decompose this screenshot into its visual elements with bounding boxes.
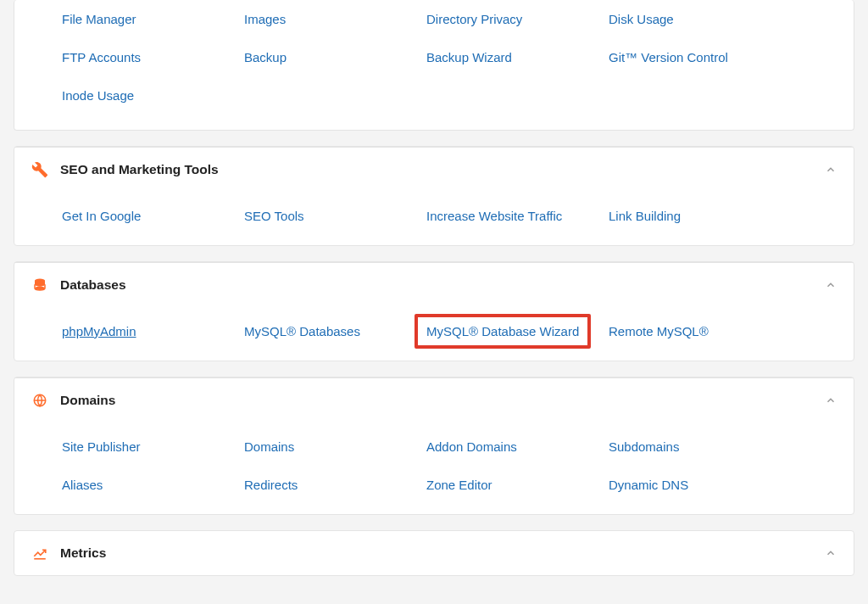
chevron-up-icon xyxy=(825,279,837,291)
chevron-up-icon xyxy=(825,394,837,406)
panel-metrics: Metrics xyxy=(14,530,854,576)
git-version-control-link[interactable]: Git™ Version Control xyxy=(609,48,728,66)
file-manager-link[interactable]: File Manager xyxy=(62,10,136,28)
site-publisher-link[interactable]: Site Publisher xyxy=(62,438,141,456)
mysql-databases-link[interactable]: MySQL® Databases xyxy=(244,322,360,340)
panel-databases-header[interactable]: Databases xyxy=(14,262,854,307)
panel-domains-title: Domains xyxy=(60,393,825,408)
seo-tools-link[interactable]: SEO Tools xyxy=(244,207,304,225)
inode-usage-link[interactable]: Inode Usage xyxy=(62,87,134,104)
chevron-up-icon xyxy=(825,547,837,559)
panel-seo-header[interactable]: SEO and Marketing Tools xyxy=(14,147,854,192)
increase-website-traffic-link[interactable]: Increase Website Traffic xyxy=(426,207,562,225)
remote-mysql-link[interactable]: Remote MySQL® xyxy=(609,322,709,340)
mysql-database-wizard-link[interactable]: MySQL® Database Wizard xyxy=(426,322,579,340)
link-building-link[interactable]: Link Building xyxy=(609,207,681,225)
files-grid: File Manager Images Directory Privacy Di… xyxy=(62,3,837,118)
panel-seo: SEO and Marketing Tools Get In Google SE… xyxy=(14,146,854,246)
disk-usage-link[interactable]: Disk Usage xyxy=(609,10,674,28)
panel-databases-title: Databases xyxy=(60,277,825,293)
zone-editor-link[interactable]: Zone Editor xyxy=(426,476,492,494)
aliases-link[interactable]: Aliases xyxy=(62,476,103,494)
panel-seo-body: Get In Google SEO Tools Increase Website… xyxy=(14,192,854,245)
addon-domains-link[interactable]: Addon Domains xyxy=(426,438,517,456)
directory-privacy-link[interactable]: Directory Privacy xyxy=(426,10,522,28)
panel-metrics-header[interactable]: Metrics xyxy=(14,531,854,575)
panel-domains-header[interactable]: Domains xyxy=(14,378,854,422)
svg-point-2 xyxy=(35,287,45,291)
panel-files: File Manager Images Directory Privacy Di… xyxy=(14,0,854,131)
chart-icon xyxy=(31,545,48,562)
panel-databases: Databases phpMyAdmin MySQL® Databases My… xyxy=(14,261,854,361)
databases-grid: phpMyAdmin MySQL® Databases MySQL® Datab… xyxy=(62,316,837,354)
get-in-google-link[interactable]: Get In Google xyxy=(62,207,141,225)
ftp-accounts-link[interactable]: FTP Accounts xyxy=(62,48,141,66)
backup-link[interactable]: Backup xyxy=(244,48,287,66)
svg-point-1 xyxy=(35,282,45,287)
panel-files-body: File Manager Images Directory Privacy Di… xyxy=(14,0,854,130)
backup-wizard-link[interactable]: Backup Wizard xyxy=(426,48,512,66)
seo-grid: Get In Google SEO Tools Increase Website… xyxy=(62,200,837,238)
redirects-link[interactable]: Redirects xyxy=(244,476,298,494)
highlight-box: MySQL® Database Wizard xyxy=(415,314,591,349)
domains-grid: Site Publisher Domains Addon Domains Sub… xyxy=(62,431,837,507)
panel-metrics-title: Metrics xyxy=(60,545,825,561)
dynamic-dns-link[interactable]: Dynamic DNS xyxy=(609,476,688,494)
chevron-up-icon xyxy=(825,164,837,176)
panel-domains: Domains Site Publisher Domains Addon Dom… xyxy=(14,377,854,515)
panel-seo-title: SEO and Marketing Tools xyxy=(60,162,825,177)
phpmyadmin-link[interactable]: phpMyAdmin xyxy=(62,322,136,340)
globe-icon xyxy=(31,392,48,409)
images-link[interactable]: Images xyxy=(244,10,286,28)
database-icon xyxy=(31,277,48,294)
panel-databases-body: phpMyAdmin MySQL® Databases MySQL® Datab… xyxy=(14,307,854,361)
subdomains-link[interactable]: Subdomains xyxy=(609,438,679,456)
panel-domains-body: Site Publisher Domains Addon Domains Sub… xyxy=(14,422,854,514)
domains-link[interactable]: Domains xyxy=(244,438,294,456)
tools-icon xyxy=(31,161,48,178)
